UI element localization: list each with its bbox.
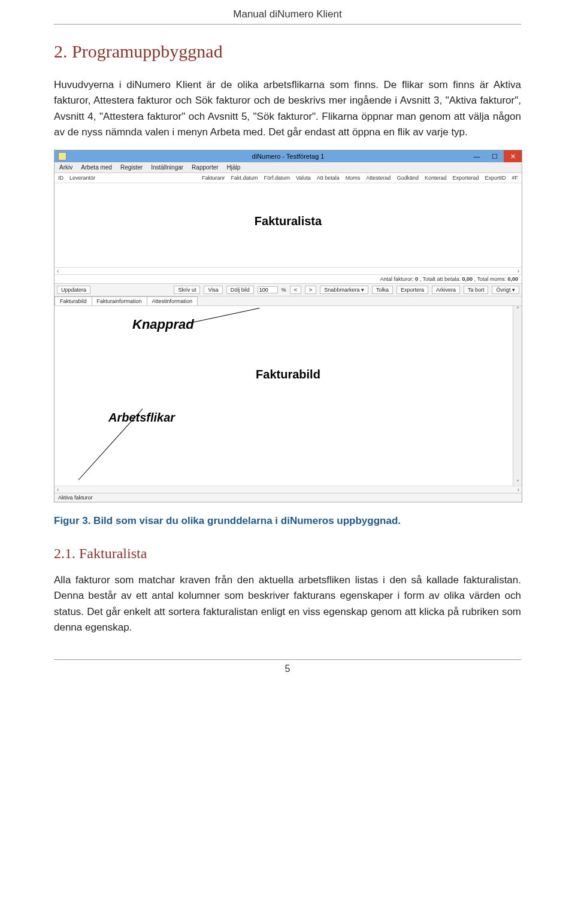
vscroll[interactable]: ˄˅ <box>513 306 522 486</box>
hscroll-preview[interactable]: ‹› <box>55 486 522 493</box>
minimize-button[interactable]: — <box>468 150 486 162</box>
col[interactable]: Moms <box>346 175 361 181</box>
annotation-knapprad: Knapprad <box>132 317 194 332</box>
col[interactable]: Exporterad <box>452 175 479 181</box>
column-headers: ID Leverantör Fakturanr Fakt.datum Förf.… <box>55 173 522 183</box>
annotation-arbetsflikar: Arbetsflikar <box>108 411 175 425</box>
invoice-list-area: Fakturalista <box>55 183 522 267</box>
running-header: Manual diNumero Klient <box>54 0 521 24</box>
worksheet-tab[interactable]: Aktiva fakturor <box>55 493 522 502</box>
bottom-rule <box>54 659 521 660</box>
ovrigt-button[interactable]: Övrigt ▾ <box>492 286 519 294</box>
menu-item[interactable]: Rapporter <box>192 164 218 171</box>
annotation-fakturabild: Fakturabild <box>256 368 320 381</box>
col[interactable]: Att betala <box>317 175 340 181</box>
tab-attestinformation[interactable]: Attestinformation <box>147 296 198 305</box>
annotation-fakturalista: Fakturalista <box>255 214 322 228</box>
hscroll-list[interactable]: ‹› <box>55 267 522 274</box>
figure-caption: Figur 3. Bild som visar du olika grundde… <box>54 513 521 529</box>
col[interactable]: Valuta <box>296 175 311 181</box>
subsection-paragraph: Alla fakturor som matchar kraven från de… <box>54 572 521 635</box>
subsection-heading: 2.1. Fakturalista <box>54 546 521 562</box>
doljbild-button[interactable]: Dölj bild <box>226 286 254 294</box>
snabbmarkera-button[interactable]: Snabbmarkera ▾ <box>320 286 368 294</box>
menu-item[interactable]: Arkiv <box>59 164 72 171</box>
prev-button[interactable]: < <box>290 286 301 294</box>
tab-fakturabild[interactable]: Fakturabild <box>55 296 92 305</box>
col[interactable]: Fakturanr <box>202 175 225 181</box>
tab-fakturainformation[interactable]: Fakturainformation <box>92 296 147 305</box>
status-line: Antal fakturor: 0 , Totalt att betala: 0… <box>55 274 522 283</box>
zoom-input[interactable] <box>258 286 278 293</box>
page-number: 5 <box>54 664 521 686</box>
section-heading: 2. Programuppbyggnad <box>54 41 521 62</box>
col[interactable]: ID <box>58 175 63 181</box>
menu-item[interactable]: Inställningar <box>151 164 183 171</box>
close-button[interactable]: ✕ <box>504 150 522 162</box>
preview-area: ˄˅ Knapprad Fakturabild Arbetsflikar <box>55 306 522 486</box>
arkivera-button[interactable]: Arkivera <box>432 286 460 294</box>
skrivut-button[interactable]: Skriv ut <box>174 286 200 294</box>
maximize-button[interactable]: ☐ <box>486 150 504 162</box>
app-window-figure: diNumero - Testföretag 1 — ☐ ✕ Arkiv Arb… <box>54 150 522 502</box>
section-paragraph: Huvudvyerna i diNumero Klient är de olik… <box>54 77 521 140</box>
detail-tabs: Fakturabild Fakturainformation Attestinf… <box>55 296 522 306</box>
next-button[interactable]: > <box>305 286 316 294</box>
col[interactable]: Attesterad <box>366 175 391 181</box>
menubar: Arkiv Arbeta med Register Inställningar … <box>55 162 522 173</box>
col[interactable]: Förf.datum <box>264 175 290 181</box>
col[interactable]: #F <box>512 175 518 181</box>
col[interactable]: Konterad <box>425 175 447 181</box>
window-title: diNumero - Testföretag 1 <box>55 153 522 160</box>
pointer-line <box>189 308 260 323</box>
zoom-unit: % <box>282 287 286 293</box>
titlebar: diNumero - Testföretag 1 — ☐ ✕ <box>55 150 522 162</box>
top-rule <box>54 24 521 25</box>
toolbar: Uppdatera Skriv ut Visa Dölj bild % < > … <box>55 283 522 296</box>
visa-button[interactable]: Visa <box>204 286 222 294</box>
tabort-button[interactable]: Ta bort <box>464 286 489 294</box>
menu-item[interactable]: Register <box>120 164 143 171</box>
menu-item[interactable]: Arbeta med <box>81 164 112 171</box>
col[interactable]: Leverantör <box>69 175 196 181</box>
col[interactable]: ExportID <box>485 175 506 181</box>
exportera-button[interactable]: Exportera <box>397 286 428 294</box>
uppdatera-button[interactable]: Uppdatera <box>57 286 90 294</box>
col[interactable]: Fakt.datum <box>231 175 258 181</box>
menu-item[interactable]: Hjälp <box>227 164 241 171</box>
col[interactable]: Godkänd <box>397 175 419 181</box>
tolka-button[interactable]: Tolka <box>372 286 393 294</box>
